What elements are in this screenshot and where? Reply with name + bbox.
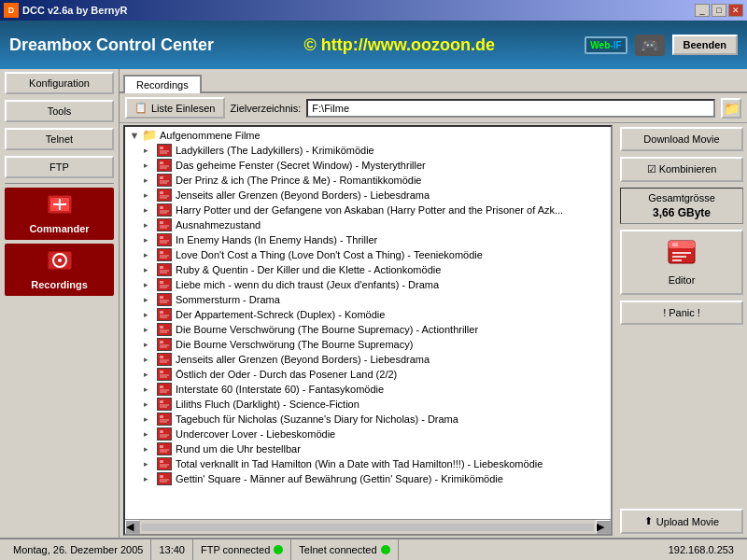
close-button[interactable]: ✕ xyxy=(728,4,743,17)
svg-rect-92 xyxy=(160,460,163,463)
svg-rect-52 xyxy=(160,311,163,314)
svg-rect-15 xyxy=(158,175,171,186)
list-item[interactable]: ▸ Ladykillers (The Ladykillers) - Krimik… xyxy=(125,143,611,158)
svg-rect-64 xyxy=(160,356,163,358)
recordings-icon xyxy=(46,249,74,277)
minimize-button[interactable]: _ xyxy=(695,4,710,17)
commander-label: Commander xyxy=(29,223,89,234)
list-item[interactable]: ▸ Tagebuch für Nicholas (Suzanne's Diary… xyxy=(125,412,611,427)
panic-button[interactable]: ! Panic ! xyxy=(620,301,743,325)
svg-rect-72 xyxy=(160,385,163,388)
svg-rect-102 xyxy=(672,252,691,254)
scroll-left-btn[interactable]: ◀ xyxy=(125,520,140,534)
scroll-right-btn[interactable]: ▶ xyxy=(596,520,611,534)
expand-arrow: ▸ xyxy=(144,295,157,304)
upload-movie-button[interactable]: ⬆ Upload Movie xyxy=(620,509,743,534)
svg-rect-87 xyxy=(158,443,171,455)
file-item-label: Die Bourne Verschwörung (The Bourne Supr… xyxy=(176,324,478,335)
list-item[interactable]: ▸ Die Bourne Verschwörung (The Bourne Su… xyxy=(125,322,611,337)
maximize-button[interactable]: □ xyxy=(712,4,726,17)
svg-rect-76 xyxy=(160,400,163,403)
ftp-indicator xyxy=(274,545,283,554)
list-item[interactable]: ▸ Ausnahmezustand xyxy=(125,217,611,232)
file-icon xyxy=(157,293,172,306)
list-item[interactable]: ▸ Liebe mich - wenn du dich traust (Jeux… xyxy=(125,277,611,292)
editor-button[interactable]: Editor xyxy=(620,230,743,295)
file-item-label: Liliths Fluch (Darklight) - Science-Fict… xyxy=(176,399,359,410)
zielverzeichnis-input[interactable] xyxy=(306,99,715,118)
svg-rect-39 xyxy=(158,264,171,275)
file-icon xyxy=(157,233,172,246)
list-item[interactable]: ▸ Undercover Lover - Liebeskomödie xyxy=(125,427,611,441)
svg-rect-67 xyxy=(158,369,171,380)
expand-arrow: ▸ xyxy=(144,399,157,409)
root-folder-label: Aufgenommene Filme xyxy=(160,130,261,141)
list-item[interactable]: ▸ Gettin' Square - Männer auf Bewährung … xyxy=(125,471,611,486)
list-item[interactable]: ▸ Jenseits aller Grenzen (Beyond Borders… xyxy=(125,188,611,203)
file-icon xyxy=(157,442,172,455)
tools-button[interactable]: Tools xyxy=(5,100,114,122)
svg-rect-95 xyxy=(158,473,171,484)
list-item[interactable]: ▸ Love Don't Cost a Thing (Love Don't Co… xyxy=(125,247,611,262)
status-telnet-text: Telnet connected xyxy=(299,544,376,555)
title-bar-left: D DCC v2.6a by BernyR xyxy=(4,3,128,18)
list-item[interactable]: ▸ Liliths Fluch (Darklight) - Science-Fi… xyxy=(125,397,611,412)
list-item[interactable]: ▸ Rund um die Uhr bestellbar xyxy=(125,441,611,456)
status-ip: 192.168.0.253 xyxy=(661,539,741,560)
list-item[interactable]: ▸ In Enemy Hands (In Enemy Hands) - Thri… xyxy=(125,232,611,247)
content-area: Recordings 📋 Liste Einlesen Zielverzeich… xyxy=(120,69,747,538)
status-ip-text: 192.168.0.253 xyxy=(669,544,734,555)
beenden-button[interactable]: Beenden xyxy=(672,35,738,55)
list-item[interactable]: ▸ Interstate 60 (Interstate 60) - Fantas… xyxy=(125,382,611,397)
svg-rect-48 xyxy=(160,296,163,299)
list-item[interactable]: ▸ Der Prinz & ich (The Prince & Me) - Ro… xyxy=(125,173,611,188)
telnet-button[interactable]: Telnet xyxy=(5,128,114,150)
sidebar: Konfiguration Tools Telnet FTP Commander xyxy=(0,69,120,538)
file-item-label: Interstate 60 (Interstate 60) - Fantasyk… xyxy=(176,384,384,395)
file-item-label: Östlich der Oder - Durch das Posener Lan… xyxy=(176,369,397,380)
file-item-label: Liebe mich - wenn du dich traust (Jeux d… xyxy=(176,279,439,290)
expand-arrow: ▸ xyxy=(144,250,157,259)
tab-recordings[interactable]: Recordings xyxy=(123,75,202,93)
svg-rect-28 xyxy=(160,221,163,224)
header-url: © http://www.oozoon.de xyxy=(303,35,495,55)
expand-arrow: ▸ xyxy=(144,310,157,319)
list-item[interactable]: ▸ Ruby & Quentin - Der Killer und die Kl… xyxy=(125,262,611,277)
file-list-scroll[interactable]: ▼ 📁 Aufgenommene Filme ▸ Ladykillers (Th… xyxy=(125,127,611,519)
list-item[interactable]: ▸ Sommersturm - Drama xyxy=(125,292,611,307)
svg-rect-104 xyxy=(672,259,682,261)
file-items-list: ▸ Ladykillers (The Ladykillers) - Krimik… xyxy=(125,143,611,486)
editor-icon xyxy=(667,239,697,271)
file-icon xyxy=(157,383,172,396)
list-item[interactable]: ▸ Der Appartement-Schreck (Duplex) - Kom… xyxy=(125,307,611,322)
kombinieren-button[interactable]: ☑ Kombinieren xyxy=(620,157,743,182)
folder-button[interactable]: 📁 xyxy=(721,98,741,119)
svg-rect-88 xyxy=(160,445,163,448)
title-text: DCC v2.6a by BernyR xyxy=(22,5,128,16)
list-item[interactable]: ▸ Total verknallt in Tad Hamilton (Win a… xyxy=(125,456,611,471)
recordings-nav-item[interactable]: Recordings xyxy=(5,244,114,296)
svg-rect-43 xyxy=(158,279,171,290)
list-item[interactable]: ▸ Harry Potter und der Gefangene von Ask… xyxy=(125,203,611,217)
download-movie-button[interactable]: Download Movie xyxy=(620,127,743,151)
ftp-button[interactable]: FTP xyxy=(5,156,114,178)
svg-rect-96 xyxy=(160,475,163,478)
konfiguration-button[interactable]: Konfiguration xyxy=(5,72,114,94)
gesamtgroesse-box: Gesamtgrösse 3,66 GByte xyxy=(620,188,743,224)
expand-arrow: ▸ xyxy=(144,444,157,454)
tab-bar: Recordings xyxy=(120,69,747,93)
list-item[interactable]: ▸ Das geheime Fenster (Secret Window) - … xyxy=(125,158,611,173)
horizontal-scrollbar[interactable]: ◀ ▶ xyxy=(125,519,611,534)
svg-rect-51 xyxy=(158,309,171,320)
file-root-folder: ▼ 📁 Aufgenommene Filme xyxy=(125,127,611,143)
expand-arrow: ▸ xyxy=(144,370,157,379)
liste-einlesen-button[interactable]: 📋 Liste Einlesen xyxy=(125,97,225,119)
expand-arrow: ▸ xyxy=(144,474,157,483)
list-item[interactable]: ▸ Östlich der Oder - Durch das Posener L… xyxy=(125,367,611,382)
right-panel: Download Movie ☑ Kombinieren Gesamtgröss… xyxy=(616,123,747,538)
commander-nav-item[interactable]: Commander xyxy=(5,188,114,240)
list-item[interactable]: ▸ Jenseits aller Grenzen (Beyond Borders… xyxy=(125,352,611,367)
file-icon xyxy=(157,353,172,366)
file-icon xyxy=(157,308,172,321)
list-item[interactable]: ▸ Die Bourne Verschwörung (The Bourne Su… xyxy=(125,337,611,352)
